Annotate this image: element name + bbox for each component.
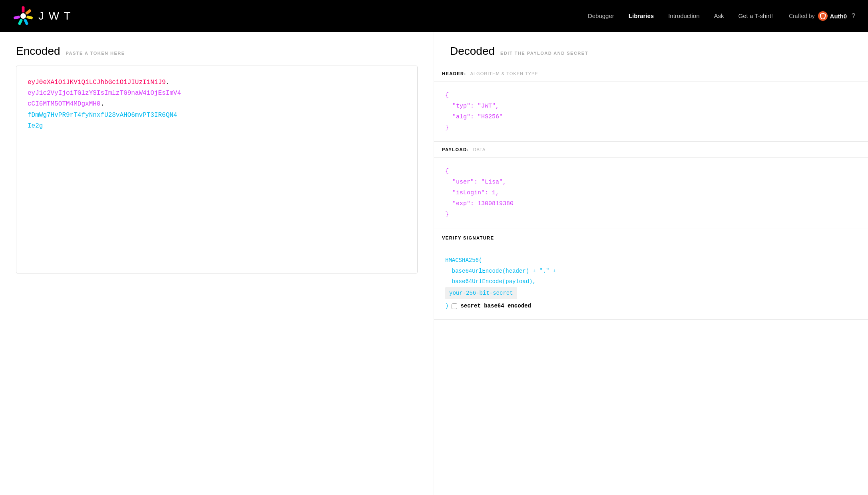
nav-link-libraries[interactable]: Libraries (629, 12, 654, 19)
token-display[interactable]: eyJ0eXAiOiJKV1QiLCJhbGciOiJIUzI1NiJ9. ey… (16, 66, 418, 273)
verify-section: VERIFY SIGNATURE HMACSHA256( base64UrlEn… (434, 228, 868, 320)
crafted-by-label: Crafted by Auth0 ? (789, 11, 855, 21)
svg-rect-3 (24, 18, 29, 25)
verify-arg1: base64UrlEncode(header) + "." + (445, 268, 556, 274)
svg-point-6 (20, 13, 26, 19)
nav-links: Debugger Libraries Introduction Ask Get … (588, 12, 773, 20)
auth0-icon (818, 11, 828, 21)
main-content: Encoded PASTE A TOKEN HERE eyJ0eXAiOiJKV… (0, 32, 868, 495)
header-sublabel: ALGORITHM & TOKEN TYPE (470, 71, 538, 76)
header-alg: "alg": "HS256" (445, 114, 503, 120)
nav-link-tshirt[interactable]: Get a T-shirt! (739, 12, 773, 19)
token-part3: fDmWg7HvPR9rT4fyNnxfU28vAHO6mvPT3IR6QN4I… (28, 112, 177, 130)
payload-user: "user": "Lisa", (445, 179, 506, 186)
auth0-label: Auth0 (830, 13, 847, 20)
header-typ: "typ": "JWT", (445, 103, 499, 110)
header-json: { "typ": "JWT", "alg": "HS256" } (445, 90, 857, 133)
nav-item-ask[interactable]: Ask (714, 12, 724, 20)
nav-link-ask[interactable]: Ask (714, 12, 724, 19)
svg-rect-2 (26, 16, 33, 20)
verify-footer: ) secret base64 encoded (445, 301, 857, 311)
token-dot-1: . (166, 79, 170, 86)
payload-brace-close: } (445, 211, 449, 218)
encoded-title: Encoded (16, 45, 60, 58)
header-section: HEADER: ALGORITHM & TOKEN TYPE { "typ": … (434, 66, 868, 142)
encoded-panel: Encoded PASTE A TOKEN HERE eyJ0eXAiOiJKV… (0, 32, 434, 495)
logo[interactable]: J W T (13, 6, 72, 26)
payload-body[interactable]: { "user": "Lisa", "isLogin": 1, "exp": 1… (434, 158, 868, 228)
token-dot-2: . (100, 100, 104, 108)
payload-exp: "exp": 1300819380 (445, 200, 514, 207)
payload-label: PAYLOAD: (442, 147, 469, 152)
verify-func-name: HMACSHA256( (445, 257, 482, 263)
verify-body: HMACSHA256( base64UrlEncode(header) + ".… (434, 247, 868, 319)
help-icon[interactable]: ? (852, 12, 855, 20)
jwt-logo-icon (13, 6, 34, 26)
header-brace-open: { (445, 92, 449, 99)
nav-item-debugger[interactable]: Debugger (588, 12, 614, 20)
svg-rect-0 (22, 6, 25, 13)
decoded-top: Decoded EDIT THE PAYLOAD AND SECRET (434, 32, 868, 58)
svg-rect-4 (18, 18, 23, 25)
svg-rect-5 (14, 16, 20, 20)
nav-item-tshirt[interactable]: Get a T-shirt! (739, 12, 773, 20)
payload-section: PAYLOAD: DATA { "user": "Lisa", "isLogin… (434, 142, 868, 228)
navigation: J W T Debugger Libraries Introduction As… (0, 0, 868, 32)
header-label: HEADER: (442, 71, 466, 76)
logo-text: J W T (38, 10, 72, 22)
payload-islogin: "isLogin": 1, (445, 190, 499, 196)
nav-item-libraries[interactable]: Libraries (629, 12, 654, 20)
verify-code: HMACSHA256( base64UrlEncode(header) + ".… (445, 255, 857, 311)
decoded-panel: Decoded EDIT THE PAYLOAD AND SECRET HEAD… (434, 32, 868, 495)
nav-link-introduction[interactable]: Introduction (668, 12, 699, 19)
header-brace-close: } (445, 124, 449, 131)
decoded-subtitle: EDIT THE PAYLOAD AND SECRET (500, 51, 588, 56)
payload-section-header: PAYLOAD: DATA (434, 142, 868, 158)
nav-item-introduction[interactable]: Introduction (668, 12, 699, 20)
secret-input[interactable]: your-256-bit-secret (445, 287, 517, 299)
svg-rect-1 (25, 9, 32, 15)
base64-checkbox[interactable] (452, 303, 457, 309)
encoded-subtitle: PASTE A TOKEN HERE (66, 51, 125, 56)
nav-link-debugger[interactable]: Debugger (588, 12, 614, 19)
header-body[interactable]: { "typ": "JWT", "alg": "HS256" } (434, 82, 868, 141)
payload-sublabel: DATA (473, 147, 486, 152)
verify-close-paren: ) (445, 301, 448, 311)
decoded-header-title: Decoded EDIT THE PAYLOAD AND SECRET (450, 45, 852, 58)
auth0-shield-icon (820, 13, 826, 19)
payload-brace-open: { (445, 168, 449, 175)
payload-json: { "user": "Lisa", "isLogin": 1, "exp": 1… (445, 166, 857, 220)
verify-section-header: VERIFY SIGNATURE (434, 228, 868, 247)
encoded-header: Encoded PASTE A TOKEN HERE (16, 45, 418, 58)
auth0-badge[interactable]: Auth0 (818, 11, 847, 21)
token-part1: eyJ0eXAiOiJKV1QiLCJhbGciOiJIUzI1NiJ9 (28, 79, 166, 86)
base64-label: secret base64 encoded (460, 301, 531, 311)
decoded-title: Decoded (450, 45, 495, 58)
verify-label: VERIFY SIGNATURE (442, 236, 494, 240)
verify-arg2: base64UrlEncode(payload), (445, 278, 536, 285)
header-section-header: HEADER: ALGORITHM & TOKEN TYPE (434, 66, 868, 82)
